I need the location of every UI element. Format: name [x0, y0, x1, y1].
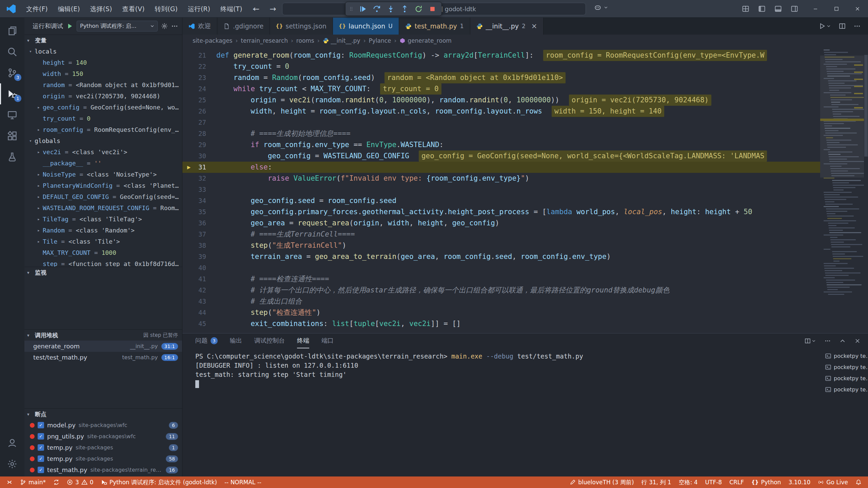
variable-row[interactable]: origin = vec2i(7205730, 9024468)	[24, 90, 182, 102]
status-vim-mode[interactable]: -- NORMAL --	[221, 476, 265, 488]
status-remote[interactable]	[3, 476, 16, 488]
editor-scrollbar[interactable]	[864, 47, 868, 333]
status-language-mode[interactable]: {}Python	[748, 476, 785, 488]
line-number[interactable]: 27	[182, 117, 216, 128]
code-line[interactable]: 22 try_count = 0	[182, 61, 820, 72]
tab-settings-json[interactable]: {}settings.json	[270, 18, 333, 35]
sidebar-more-button[interactable]	[171, 23, 178, 29]
toggle-secondary-sidebar-icon[interactable]	[791, 5, 798, 13]
status-indentation[interactable]: 空格: 4	[675, 476, 702, 488]
history-back-icon[interactable]: ←	[253, 4, 259, 13]
breakpoint-row[interactable]: ✓model.pysite-packages\wfc6	[24, 420, 182, 431]
code-line[interactable]: 37 # ====生成TerrainCell====	[182, 229, 820, 240]
stack-frame[interactable]: test/test_math.pytest_math.py16:1	[24, 352, 182, 363]
code-line[interactable]: ▶31 else:	[182, 162, 820, 173]
breadcrumb-item[interactable]: generate_room	[399, 37, 452, 44]
menu-item[interactable]: 终端(T)	[215, 2, 247, 15]
code-line[interactable]: 26 width, height = room_config.layout.n_…	[182, 106, 820, 117]
start-debugging-button[interactable]	[66, 23, 73, 29]
activity-accounts[interactable]	[0, 432, 24, 453]
callstack-section-header[interactable]: ▾ 调用堆栈 因 step 已暂停	[24, 329, 182, 341]
variable-row[interactable]: ▸Random = <class 'Random'>	[24, 225, 182, 236]
code-line[interactable]: 29 if room_config.env_type == EnvType.WA…	[182, 139, 820, 150]
breakpoint-checkbox[interactable]: ✓	[38, 433, 44, 440]
panel-tab-debug-console[interactable]: 调试控制台	[254, 333, 285, 348]
terminal-instance[interactable]: pocketpy te…	[823, 373, 868, 384]
variable-row[interactable]: MAX_TRY_COUNT = 1000	[24, 247, 182, 258]
line-number[interactable]: 32	[182, 173, 216, 184]
activity-settings[interactable]	[0, 453, 24, 474]
panel-more-button[interactable]	[825, 338, 831, 344]
step-out-button[interactable]	[399, 3, 410, 15]
breadcrumb-item[interactable]: Pylance	[369, 37, 391, 44]
line-number[interactable]: 30	[182, 150, 216, 162]
code-line[interactable]: 45 exit_combinations: list[tuple[vec2i, …	[182, 318, 820, 329]
status-problems[interactable]: 30	[63, 476, 97, 488]
code-line[interactable]: 32 raise ValueError(f"Invalid env type: …	[182, 173, 820, 184]
breakpoint-row[interactable]: ✓temp.pysite-packages1	[24, 442, 182, 453]
variable-row[interactable]: height = 140	[24, 57, 182, 68]
code-line[interactable]: 35 geo_config.primary_forces.geothermal_…	[182, 206, 820, 218]
line-number[interactable]: 22	[182, 61, 216, 72]
code-line[interactable]: 27	[182, 117, 820, 128]
breakpoint-row[interactable]: ✓png_utils.pysite-packages\wfc11	[24, 431, 182, 442]
breakpoint-checkbox[interactable]: ✓	[38, 467, 44, 473]
line-number[interactable]: 38	[182, 240, 216, 251]
close-panel-button[interactable]	[854, 338, 861, 344]
code-line[interactable]: 23 random = Random(room_config.seed)rand…	[182, 72, 820, 83]
breakpoint-row[interactable]: ✓test_math.pysite-packages\terrain_res…1…	[24, 464, 182, 475]
line-number[interactable]: 40	[182, 262, 216, 273]
toggle-panel-icon[interactable]	[774, 5, 782, 13]
variables-group[interactable]: ▾locals	[24, 46, 182, 57]
variable-row[interactable]: ▸NoiseType = <class 'NoiseType'>	[24, 169, 182, 180]
breakpoint-checkbox[interactable]: ✓	[38, 455, 44, 462]
line-number[interactable]: 29	[182, 139, 216, 150]
history-forward-icon[interactable]: →	[270, 4, 276, 13]
code-line[interactable]: 28 # ====生成初始地理信息====	[182, 128, 820, 139]
stop-button[interactable]	[427, 3, 438, 15]
code-line[interactable]: 21def generate_room(room_config: RoomReq…	[182, 50, 820, 61]
step-over-button[interactable]	[371, 3, 382, 15]
menu-item[interactable]: 编辑(E)	[53, 2, 85, 15]
tab-gdignore[interactable]: .gdignore	[217, 18, 270, 35]
split-terminal-button[interactable]	[805, 338, 816, 344]
panel-tab-terminal[interactable]: 终端	[297, 333, 309, 348]
panel-tab-problems[interactable]: 问题3	[195, 333, 218, 348]
variable-row[interactable]: __package__ = ''	[24, 158, 182, 169]
terminal-instance[interactable]: pocketpy te…	[823, 350, 868, 362]
code-line[interactable]: 25 origin = vec2i(random.randint(0, 1000…	[182, 95, 820, 106]
activity-explorer[interactable]	[0, 20, 24, 41]
minimize-button[interactable]	[805, 0, 826, 17]
code-line[interactable]: 40	[182, 262, 820, 273]
breakpoint-checkbox[interactable]: ✓	[38, 422, 44, 428]
status-go-live[interactable]: Go Live	[814, 476, 852, 488]
line-number[interactable]: 36	[182, 218, 216, 229]
tab-welcome[interactable]: 欢迎	[182, 18, 217, 35]
split-editor-icon[interactable]	[839, 23, 846, 29]
breadcrumb-item[interactable]: rooms	[296, 37, 314, 44]
maximize-button[interactable]	[826, 0, 847, 17]
variable-row[interactable]: random = <Random object at 0x1bf9d01e…	[24, 79, 182, 90]
menu-item[interactable]: 转到(G)	[150, 2, 183, 15]
line-number[interactable]: 33	[182, 184, 216, 195]
customize-layout-icon[interactable]	[742, 5, 749, 13]
terminal-instance[interactable]: pocketpy te…	[823, 384, 868, 395]
line-number[interactable]: 28	[182, 128, 216, 139]
close-window-button[interactable]	[847, 0, 868, 17]
variable-row[interactable]: ▸Tile = <class 'Tile'>	[24, 236, 182, 247]
menu-item[interactable]: 运行(R)	[183, 2, 215, 15]
tab-launch-json[interactable]: {}launch.jsonU	[333, 18, 399, 35]
activity-source-control[interactable]: 3	[0, 62, 24, 83]
code-line[interactable]: 38 step("生成TerrainCell")	[182, 240, 820, 251]
activity-search[interactable]	[0, 41, 24, 62]
line-number[interactable]: 42	[182, 285, 216, 296]
breadcrumb-item[interactable]: __init__.py	[323, 37, 360, 44]
code-line[interactable]: 33	[182, 184, 820, 195]
configure-gear-button[interactable]	[161, 23, 168, 29]
status-notifications[interactable]	[852, 476, 865, 488]
drag-handle-icon[interactable]	[349, 5, 354, 13]
breakpoint-row[interactable]: ✓temp.pysite-packages58	[24, 453, 182, 464]
variable-row[interactable]: width = 150	[24, 68, 182, 79]
step-into-button[interactable]	[385, 3, 396, 15]
line-number[interactable]: 43	[182, 296, 216, 307]
